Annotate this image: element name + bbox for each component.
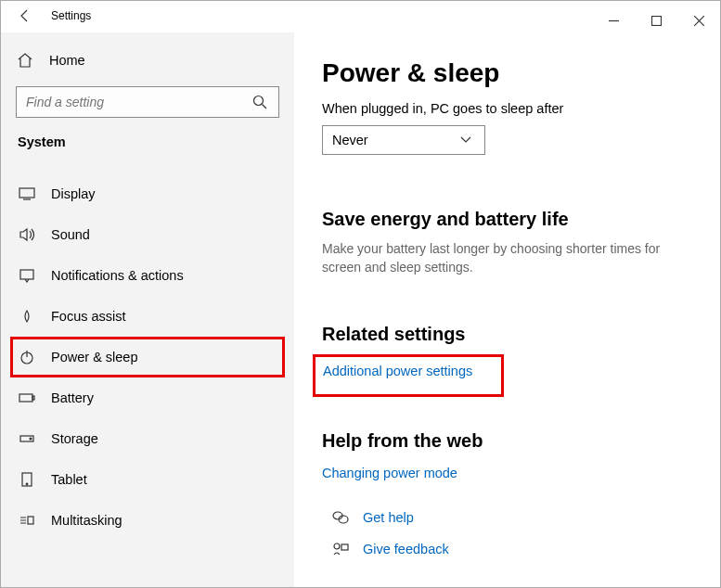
sidebar-item-label: Storage: [51, 431, 98, 446]
battery-icon: [18, 389, 36, 407]
maximize-button[interactable]: [635, 6, 677, 34]
sidebar-item-label: Battery: [51, 390, 94, 405]
search-input-container[interactable]: [16, 86, 279, 118]
dropdown-value: Never: [332, 133, 368, 147]
search-input[interactable]: [26, 95, 251, 109]
sidebar-item-label: Tablet: [51, 472, 87, 487]
titlebar: Settings: [1, 1, 720, 32]
notifications-icon: [18, 266, 36, 285]
sidebar-item-tablet[interactable]: Tablet: [16, 459, 279, 500]
focus-assist-icon: [18, 307, 36, 326]
page-title: Power & sleep: [322, 58, 692, 88]
svg-rect-3: [20, 270, 33, 279]
svg-rect-2: [19, 188, 34, 198]
home-icon: [16, 51, 34, 70]
give-feedback-row[interactable]: Give feedback: [322, 540, 692, 558]
get-help-icon: [331, 508, 350, 527]
svg-point-1: [254, 96, 264, 106]
save-energy-text: Make your battery last longer by choosin…: [322, 239, 675, 277]
chevron-down-icon: [457, 131, 475, 149]
sidebar-item-sound[interactable]: Sound: [16, 214, 279, 255]
sidebar-item-label: Sound: [51, 227, 90, 242]
get-help-label: Get help: [363, 510, 414, 525]
display-icon: [18, 185, 36, 203]
app-title: Settings: [51, 9, 91, 22]
sidebar-item-storage[interactable]: Storage: [16, 418, 279, 459]
sidebar-item-label: Notifications & actions: [51, 268, 184, 283]
svg-rect-5: [19, 394, 32, 402]
sidebar-item-display[interactable]: Display: [16, 173, 279, 214]
give-feedback-label: Give feedback: [363, 542, 449, 556]
related-settings-heading: Related settings: [322, 324, 692, 345]
search-icon: [251, 93, 269, 111]
sidebar-item-label: Focus assist: [51, 309, 126, 324]
highlight-box: Additional power settings: [313, 354, 504, 397]
svg-rect-15: [341, 544, 348, 550]
sound-icon: [18, 225, 36, 244]
minimize-button[interactable]: [592, 6, 635, 34]
home-button[interactable]: Home: [16, 44, 279, 77]
storage-icon: [18, 429, 36, 448]
power-icon: [18, 348, 36, 366]
sleep-label: When plugged in, PC goes to sleep after: [322, 101, 692, 116]
svg-rect-0: [651, 16, 661, 25]
sidebar-item-notifications[interactable]: Notifications & actions: [16, 255, 279, 296]
get-help-row[interactable]: Get help: [322, 508, 692, 527]
main-panel: Power & sleep When plugged in, PC goes t…: [294, 32, 720, 587]
back-button[interactable]: [16, 6, 34, 25]
category-label: System: [16, 134, 279, 149]
sidebar-item-power-sleep[interactable]: Power & sleep: [10, 337, 285, 377]
sidebar-item-focus-assist[interactable]: Focus assist: [16, 296, 279, 337]
multitasking-icon: [18, 511, 36, 530]
svg-point-10: [26, 483, 28, 485]
additional-power-settings-link[interactable]: Additional power settings: [323, 364, 472, 378]
changing-power-mode-link[interactable]: Changing power mode: [322, 466, 457, 480]
sidebar-item-multitasking[interactable]: Multitasking: [16, 500, 279, 541]
svg-rect-11: [28, 517, 33, 524]
sidebar-item-label: Multitasking: [51, 513, 122, 528]
sleep-dropdown[interactable]: Never: [322, 125, 485, 155]
feedback-icon: [331, 540, 350, 558]
svg-point-8: [30, 438, 32, 440]
save-energy-heading: Save energy and battery life: [322, 209, 692, 230]
home-label: Home: [49, 53, 85, 68]
svg-point-14: [334, 543, 340, 549]
help-heading: Help from the web: [322, 430, 692, 452]
sidebar-item-battery[interactable]: Battery: [16, 377, 279, 418]
svg-rect-6: [32, 396, 34, 400]
sidebar-item-label: Display: [51, 186, 96, 201]
sidebar-item-label: Power & sleep: [51, 350, 138, 364]
close-button[interactable]: [677, 6, 720, 34]
tablet-icon: [18, 470, 36, 489]
sidebar: Home System Display Sound Notifications …: [1, 32, 294, 587]
